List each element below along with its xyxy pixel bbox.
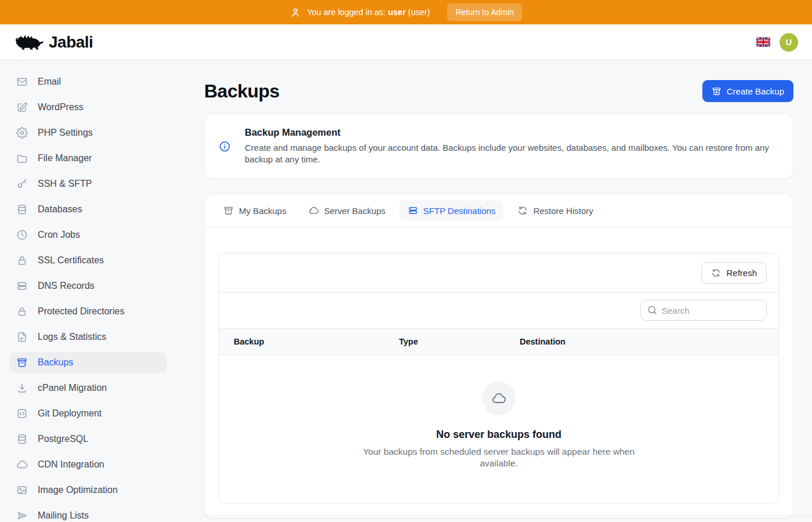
sidebar-item-label: DNS Records	[38, 281, 95, 291]
sidebar-item-mailing-lists[interactable]: Mailing Lists	[9, 505, 167, 522]
user-icon	[290, 7, 301, 18]
table-header-row: Backup Type Destination	[219, 328, 778, 355]
refresh-button[interactable]: Refresh	[701, 262, 767, 284]
sidebar-item-label: Cron Jobs	[38, 230, 80, 240]
document-icon	[16, 331, 28, 343]
search-box	[640, 300, 767, 321]
boar-logo-icon	[15, 32, 44, 53]
search-input[interactable]	[640, 300, 767, 321]
clock-icon	[16, 229, 28, 241]
search-icon	[647, 304, 658, 316]
envelope-icon	[16, 76, 28, 88]
archive-icon	[223, 205, 234, 216]
sidebar-item-cron-jobs[interactable]: Cron Jobs	[9, 224, 167, 245]
info-icon	[219, 140, 231, 153]
sidebar-item-label: SSL Certificates	[38, 255, 104, 266]
avatar[interactable]: U	[780, 33, 798, 52]
download-icon	[16, 382, 28, 394]
logged-in-message: You are logged in as: user (user)	[290, 7, 430, 18]
sidebar-item-databases[interactable]: Databases	[9, 199, 167, 220]
globe-icon	[16, 61, 28, 62]
sidebar-item-cdn-integration[interactable]: CDN Integration	[9, 454, 167, 475]
database-icon	[16, 204, 28, 215]
backup-management-info-card: Backup Management Create and manage back…	[204, 114, 793, 179]
sidebar-item-label: SSH & SFTP	[38, 179, 92, 189]
app-header: Jabali U	[0, 24, 812, 60]
image-icon	[16, 484, 28, 496]
code-icon	[16, 408, 28, 419]
server-icon	[408, 205, 418, 216]
tab-my-backups[interactable]: My Backups	[215, 200, 295, 221]
brand-name: Jabali	[49, 33, 93, 52]
sidebar-item-label: CDN Integration	[38, 459, 104, 470]
logged-in-prefix: You are logged in as:	[307, 8, 386, 17]
backups-panel: My Backups Server Backups SFTP Destinati…	[204, 194, 793, 519]
folder-icon	[16, 153, 28, 164]
key-icon	[16, 178, 28, 190]
tab-sftp-destinations[interactable]: SFTP Destinations	[400, 200, 504, 221]
brand[interactable]: Jabali	[15, 32, 93, 53]
cloud-icon	[309, 205, 319, 216]
sidebar-item-image-optimization[interactable]: Image Optimization	[9, 480, 167, 501]
sidebar-item-label: File Manager	[38, 153, 92, 164]
sidebar-item-logs-statistics[interactable]: Logs & Statistics	[9, 327, 167, 347]
cloud-icon	[16, 459, 28, 470]
info-card-description: Create and manage backups of your accoun…	[245, 142, 779, 165]
admin-session-bar: You are logged in as: user (user) Return…	[0, 0, 812, 24]
cloud-icon	[482, 382, 516, 415]
column-header-backup: Backup	[219, 337, 399, 346]
tab-restore-history[interactable]: Restore History	[509, 200, 601, 221]
empty-state-description: Your backups from scheduled server backu…	[348, 446, 650, 469]
empty-state-title: No server backups found	[231, 429, 767, 441]
gear-icon	[16, 127, 28, 139]
sidebar-item-cpanel-migration[interactable]: cPanel Migration	[9, 378, 167, 398]
send-icon	[16, 510, 28, 521]
sidebar-item-dns-records[interactable]: DNS Records	[9, 276, 167, 296]
sidebar-item-email[interactable]: Email	[9, 71, 167, 92]
column-header-type: Type	[399, 337, 520, 346]
sidebar-item-label: WordPress	[38, 102, 84, 113]
logged-in-username: user	[388, 8, 406, 17]
info-card-title: Backup Management	[245, 127, 779, 138]
sidebar-item-ssl-certificates[interactable]: SSL Certificates	[9, 250, 167, 271]
refresh-icon	[517, 205, 528, 216]
sidebar-item-label: Mailing Lists	[38, 510, 89, 521]
sidebar-item-backups[interactable]: Backups	[9, 352, 167, 373]
sidebar-item-git-deployment[interactable]: Git Deployment	[9, 403, 167, 424]
return-to-admin-button[interactable]: Return to Admin	[447, 3, 521, 21]
page-title: Backups	[204, 81, 280, 102]
main-content: Backups Create Backup Backup Management …	[204, 61, 793, 519]
empty-state: No server backups found Your backups fro…	[219, 355, 778, 503]
sidebar-item-label: cPanel Migration	[38, 383, 107, 393]
sidebar-item-file-manager[interactable]: File Manager	[9, 148, 167, 169]
sidebar-item-postgresql[interactable]: PostgreSQL	[9, 429, 167, 449]
sidebar-item-partial[interactable]	[9, 61, 167, 67]
refresh-icon	[711, 268, 721, 278]
sidebar-item-protected-directories[interactable]: Protected Directories	[9, 301, 167, 322]
sidebar-item-label: Image Optimization	[38, 485, 118, 495]
sidebar-item-ssh-sftp[interactable]: SSH & SFTP	[9, 173, 167, 194]
archive-icon	[16, 357, 28, 368]
create-backup-button[interactable]: Create Backup	[702, 80, 793, 102]
database-icon	[16, 433, 28, 445]
sidebar-item-label: PostgreSQL	[38, 434, 88, 444]
sftp-destinations-card: Refresh Backup Type Destination	[219, 253, 779, 503]
sidebar-item-php-settings[interactable]: PHP Settings	[9, 122, 167, 143]
edit-icon	[16, 102, 28, 113]
sidebar-nav: Email WordPress PHP Settings File Manage…	[0, 61, 176, 522]
sidebar-item-label: Logs & Statistics	[38, 332, 106, 342]
sidebar-item-label: Backups	[38, 357, 73, 368]
logged-in-role: (user)	[408, 8, 430, 17]
sidebar-item-label: Git Deployment	[38, 408, 102, 419]
sidebar-item-label: Databases	[38, 204, 82, 215]
language-flag-icon[interactable]	[756, 37, 770, 47]
sidebar-item-wordpress[interactable]: WordPress	[9, 97, 167, 118]
sidebar-item-label: Email	[38, 77, 61, 87]
tab-server-backups[interactable]: Server Backups	[300, 200, 394, 221]
lock-icon	[16, 306, 28, 317]
column-header-destination: Destination	[520, 337, 778, 346]
sidebar-item-label: Protected Directories	[38, 306, 124, 317]
section-divider	[204, 516, 812, 516]
lock-icon	[16, 255, 28, 266]
sidebar-item-label: PHP Settings	[38, 128, 93, 138]
